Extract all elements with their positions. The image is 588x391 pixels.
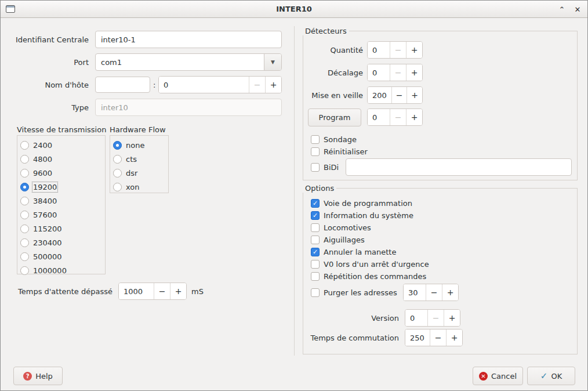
checkbox-icon[interactable]: ✓ [311, 288, 320, 297]
baud-option[interactable]: 2400 [20, 138, 52, 152]
option-annuler-manette[interactable]: ✓ Annuler la manette [311, 247, 396, 257]
radio-icon[interactable] [20, 197, 29, 205]
shade-button[interactable]: ⌃ [555, 2, 569, 16]
option-information-systeme[interactable]: ✓ Information du système [311, 211, 413, 220]
quantite-value[interactable]: 0 [368, 42, 390, 58]
bidi-checkbox[interactable]: ✓ BiDi [311, 162, 339, 172]
timeout-value[interactable]: 1000 [119, 283, 154, 299]
spin-up-button[interactable]: + [265, 77, 281, 93]
checkbox-icon[interactable]: ✓ [311, 163, 320, 172]
baud-option[interactable]: 38400 [20, 194, 57, 208]
radio-icon[interactable] [20, 238, 29, 247]
veille-spinner[interactable]: 200 − + [367, 86, 423, 104]
radio-icon[interactable] [20, 155, 29, 164]
veille-value[interactable]: 200 [368, 87, 391, 103]
option-locomotives[interactable]: ✓ Locomotives [311, 223, 371, 233]
spin-down-button[interactable]: − [391, 87, 407, 103]
option-v0-arret-urgence[interactable]: ✓ V0 lors d'un arrêt d'urgence [311, 259, 429, 269]
spin-down-button[interactable]: − [426, 284, 442, 301]
radio-icon[interactable] [20, 211, 29, 219]
radio-icon[interactable] [113, 169, 122, 178]
spin-up-button[interactable]: + [406, 87, 422, 103]
spin-up-button[interactable]: + [406, 64, 422, 81]
checkbox-checked-icon[interactable]: ✓ [311, 248, 320, 256]
radio-icon[interactable] [113, 183, 122, 191]
program-value[interactable]: 0 [368, 109, 390, 125]
chevron-down-icon[interactable]: ▼ [264, 54, 281, 70]
radio-selected-icon[interactable] [20, 183, 29, 191]
checkbox-icon[interactable]: ✓ [311, 272, 320, 281]
decalage-spinner[interactable]: 0 − + [367, 64, 423, 81]
purger-spinner[interactable]: 30 − + [403, 284, 459, 301]
baud-option[interactable]: 115200 [20, 222, 62, 236]
radio-icon[interactable] [20, 225, 29, 233]
checkbox-icon[interactable]: ✓ [311, 236, 320, 244]
baud-option[interactable]: 1000000 [20, 263, 67, 277]
option-voie-programmation[interactable]: ✓ Voie de programmation [311, 198, 412, 208]
spin-down-button[interactable]: − [390, 64, 406, 81]
commutation-value[interactable]: 250 [405, 330, 430, 346]
checkbox-checked-icon[interactable]: ✓ [311, 211, 320, 220]
spin-up-button[interactable]: + [406, 109, 422, 125]
version-value[interactable]: 0 [405, 310, 427, 326]
program-button[interactable]: Program [308, 108, 361, 126]
host-port-spinner[interactable]: 0 − + [158, 76, 282, 93]
baud-option[interactable]: 230400 [20, 236, 62, 249]
version-spinner[interactable]: 0 − + [405, 309, 460, 327]
baud-option[interactable]: 500000 [20, 249, 62, 263]
spin-down-button[interactable]: − [154, 283, 170, 299]
spin-up-button[interactable]: + [442, 284, 458, 301]
program-spinner[interactable]: 0 − + [367, 108, 423, 126]
baud-option[interactable]: 57600 [20, 208, 57, 222]
sondage-checkbox[interactable]: ✓ Sondage [311, 135, 357, 144]
help-button[interactable]: ? Help [13, 367, 63, 385]
flow-option[interactable]: cts [113, 152, 137, 166]
baud-option[interactable]: 9600 [20, 166, 52, 180]
radio-icon[interactable] [20, 266, 29, 275]
option-repetition-commandes[interactable]: ✓ Répétition des commandes [311, 271, 426, 281]
cancel-button[interactable]: ✕ Cancel [473, 367, 523, 385]
flow-option[interactable]: xon [113, 180, 140, 194]
identifiant-input[interactable]: inter10-1 [95, 31, 282, 48]
spin-down-button[interactable]: − [390, 42, 406, 58]
option-aiguillages[interactable]: ✓ Aiguillages [311, 235, 365, 245]
spin-down-button[interactable]: − [390, 109, 406, 125]
spin-up-button[interactable]: + [446, 330, 462, 346]
baud-option-label: 9600 [33, 169, 52, 178]
spin-down-button[interactable]: − [249, 77, 265, 93]
flow-option[interactable]: dsr [113, 166, 137, 180]
quantite-spinner[interactable]: 0 − + [367, 41, 423, 59]
radio-icon[interactable] [20, 141, 29, 150]
option-label: Information du système [324, 211, 413, 220]
quantite-label: Quantité [293, 41, 363, 59]
radio-icon[interactable] [20, 169, 29, 178]
spin-up-button[interactable]: + [170, 283, 186, 299]
spin-down-button[interactable]: − [427, 310, 444, 326]
radio-icon[interactable] [20, 252, 29, 261]
decalage-value[interactable]: 0 [368, 64, 390, 81]
radio-selected-icon[interactable] [113, 141, 122, 150]
spin-down-button[interactable]: − [430, 330, 446, 346]
spin-up-button[interactable]: + [444, 310, 460, 326]
spin-up-button[interactable]: + [406, 42, 422, 58]
timeout-spinner[interactable]: 1000 − + [118, 283, 187, 300]
checkbox-icon[interactable]: ✓ [311, 223, 320, 232]
port-combobox[interactable]: com1 ▼ [95, 53, 282, 71]
flow-option-selected[interactable]: none [113, 138, 144, 152]
radio-icon[interactable] [113, 155, 122, 164]
purger-checkbox[interactable]: ✓ Purger les adresses [311, 288, 397, 298]
host-port-value[interactable]: 0 [159, 77, 249, 93]
baud-option[interactable]: 4800 [20, 152, 52, 166]
bidi-input[interactable] [346, 158, 572, 176]
reinitialiser-checkbox[interactable]: ✓ Réinitialiser [311, 147, 368, 157]
checkbox-checked-icon[interactable]: ✓ [311, 199, 320, 208]
checkbox-icon[interactable]: ✓ [311, 135, 320, 144]
baud-option-selected[interactable]: 19200 [20, 180, 57, 194]
purger-value[interactable]: 30 [404, 284, 426, 301]
close-button[interactable]: ✕ [571, 2, 585, 16]
ok-button[interactable]: ✓ OK [527, 367, 575, 385]
host-input[interactable] [95, 77, 150, 93]
checkbox-icon[interactable]: ✓ [311, 260, 320, 269]
checkbox-icon[interactable]: ✓ [311, 147, 320, 156]
commutation-spinner[interactable]: 250 − + [405, 329, 463, 346]
